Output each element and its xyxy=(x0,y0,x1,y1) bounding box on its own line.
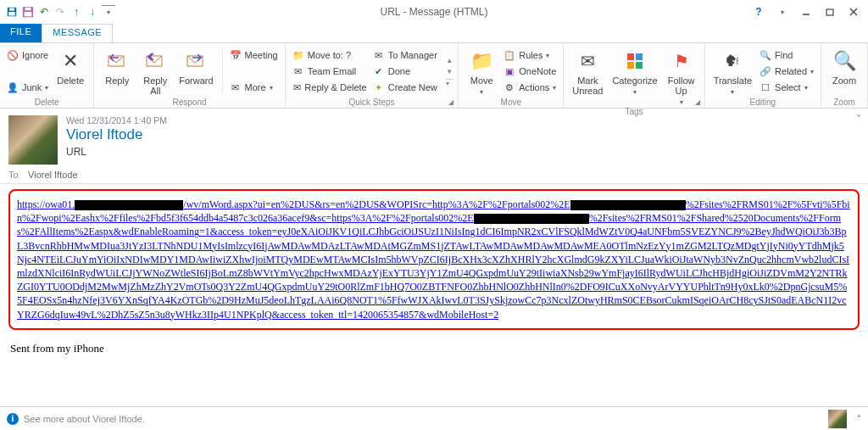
rules-icon: 📋 xyxy=(504,49,515,61)
junk-button[interactable]: 👤Junk▾ xyxy=(5,80,50,95)
forward-icon xyxy=(184,49,208,73)
find-button[interactable]: 🔍Find xyxy=(758,47,815,63)
message-header: ˅ Wed 12/31/2014 1:40 PM Viorel Iftode U… xyxy=(0,109,868,184)
done-icon: ✔ xyxy=(373,65,385,77)
qs-replydelete-button[interactable]: ✉Reply & Delete xyxy=(291,80,369,95)
mark-unread-button[interactable]: ✉Mark Unread xyxy=(569,46,606,106)
meeting-button[interactable]: 📅Meeting xyxy=(228,47,280,63)
meeting-icon: 📅 xyxy=(230,49,242,61)
ribbon: 🚫Ignore 👤Junk▾ ✕ Delete Delete Reply Rep… xyxy=(0,42,868,109)
team-email-icon: ✉ xyxy=(292,65,304,77)
related-button[interactable]: 🔗Related▾ xyxy=(758,64,815,79)
qs-moveto-button[interactable]: 📁Move to: ? xyxy=(291,47,369,63)
people-pane-text: See more about Viorel Iftode. xyxy=(24,414,145,424)
ribbon-group-editing: 🗣Translate▾ 🔍Find 🔗Related▾ ☐Select▾ Edi… xyxy=(705,43,821,108)
qs-dropdown[interactable]: ▾ xyxy=(446,79,453,87)
zoom-button[interactable]: 🔍Zoom xyxy=(826,46,862,97)
prev-icon[interactable]: ↑ xyxy=(70,5,83,19)
message-to-row: To Viorel Iftode xyxy=(8,170,860,180)
forward-button[interactable]: Forward xyxy=(175,46,216,97)
more-respond-button[interactable]: ✉More▾ xyxy=(228,80,280,95)
message-date: Wed 12/31/2014 1:40 PM xyxy=(66,115,167,126)
select-button[interactable]: ☐Select▾ xyxy=(758,80,815,95)
related-icon: 🔗 xyxy=(760,65,771,77)
ignore-icon: 🚫 xyxy=(7,49,19,61)
qs-scroll-up[interactable]: ▲ xyxy=(446,57,453,64)
create-new-icon: ✦ xyxy=(373,81,385,93)
save-icon[interactable] xyxy=(21,5,35,19)
svg-rect-7 xyxy=(826,9,833,15)
qs-scroll-down[interactable]: ▼ xyxy=(446,68,453,75)
reply-icon xyxy=(105,49,129,73)
categorize-icon xyxy=(623,49,647,73)
translate-button[interactable]: 🗣Translate▾ xyxy=(710,46,755,97)
translate-icon: 🗣 xyxy=(721,49,744,73)
to-label: To xyxy=(8,170,25,180)
people-pane-avatar[interactable] xyxy=(828,410,847,428)
window-title: URL - Message (HTML) xyxy=(381,6,488,18)
tags-launcher[interactable]: ◢ xyxy=(693,97,703,107)
quicksteps-launcher[interactable]: ◢ xyxy=(446,97,456,107)
mark-unread-icon: ✉ xyxy=(576,49,599,73)
svg-rect-5 xyxy=(25,12,32,16)
ribbon-group-zoom: 🔍Zoom Zoom xyxy=(821,43,868,108)
maximize-icon[interactable] xyxy=(819,3,841,20)
undo-icon[interactable]: ↶ xyxy=(37,5,51,19)
qs-done-button[interactable]: ✔Done xyxy=(371,64,444,79)
delete-button[interactable]: ✕ Delete xyxy=(53,46,88,97)
minimize-icon[interactable] xyxy=(795,3,817,20)
app-icon[interactable] xyxy=(5,5,19,19)
long-url-link[interactable]: https://owa01./wv/mWord.aspx?ui=en%2DUS&… xyxy=(17,198,850,321)
to-manager-icon: ✉ xyxy=(373,49,385,61)
move-button[interactable]: 📁Move▾ xyxy=(464,46,499,97)
ribbon-group-respond: Reply Reply All Forward 📅Meeting ✉More▾ … xyxy=(94,43,285,108)
ribbon-group-move: 📁Move▾ 📋Rules▾ ▣OneNote ⚙Actions▾ Move xyxy=(459,43,564,108)
categorize-button[interactable]: Categorize▾ xyxy=(609,46,660,106)
message-sender[interactable]: Viorel Iftode xyxy=(66,126,167,143)
message-body: https://owa01./wv/mWord.aspx?ui=en%2DUS&… xyxy=(0,184,868,362)
people-pane-expand-icon[interactable]: ˄ xyxy=(852,414,861,423)
ribbon-display-icon[interactable]: ▾ xyxy=(771,3,793,20)
people-pane[interactable]: i See more about Viorel Iftode. ˄ xyxy=(0,406,868,430)
reply-delete-icon: ✉ xyxy=(292,81,302,93)
qs-createnew-button[interactable]: ✦Create New xyxy=(371,80,444,95)
rules-button[interactable]: 📋Rules▾ xyxy=(502,47,558,63)
qs-teamemail-button[interactable]: ✉Team Email xyxy=(291,64,369,79)
redo-icon[interactable]: ↷ xyxy=(53,5,67,19)
actions-button[interactable]: ⚙Actions▾ xyxy=(502,80,558,95)
svg-rect-1 xyxy=(9,8,14,11)
close-icon[interactable] xyxy=(843,3,865,20)
folder-move-icon: 📁 xyxy=(292,49,304,61)
redacted-segment xyxy=(75,200,183,210)
svg-rect-14 xyxy=(636,53,643,60)
reply-all-icon xyxy=(143,49,167,73)
onenote-button[interactable]: ▣OneNote xyxy=(502,64,558,79)
header-collapse-icon[interactable]: ˅ xyxy=(856,114,861,126)
svg-rect-2 xyxy=(8,12,15,16)
reply-button[interactable]: Reply xyxy=(99,46,135,97)
next-icon[interactable]: ↓ xyxy=(86,5,99,19)
url-highlight-box: https://owa01./wv/mWord.aspx?ui=en%2DUS&… xyxy=(8,189,860,330)
qat-customize-icon[interactable]: ▾ xyxy=(102,5,115,19)
reply-all-button[interactable]: Reply All xyxy=(137,46,173,97)
ribbon-group-quicksteps: 📁Move to: ? ✉Team Email ✉Reply & Delete … xyxy=(286,43,459,108)
tab-file[interactable]: FILE xyxy=(0,24,42,42)
zoom-icon: 🔍 xyxy=(832,49,856,73)
select-icon: ☐ xyxy=(760,81,771,93)
tab-message[interactable]: MESSAGE xyxy=(42,24,113,42)
redacted-segment xyxy=(474,214,589,224)
svg-rect-4 xyxy=(25,8,31,11)
quick-access-toolbar: ↶ ↷ ↑ ↓ ▾ xyxy=(0,5,115,19)
flag-icon: ⚑ xyxy=(670,49,693,73)
onenote-icon: ▣ xyxy=(504,65,515,77)
ignore-button[interactable]: 🚫Ignore xyxy=(5,47,50,63)
more-icon: ✉ xyxy=(230,81,242,93)
qs-tomanager-button[interactable]: ✉To Manager xyxy=(371,47,444,63)
find-icon: 🔍 xyxy=(760,49,771,61)
move-icon: 📁 xyxy=(470,49,493,73)
svg-rect-15 xyxy=(627,62,634,69)
help-icon[interactable]: ? xyxy=(748,3,770,20)
ribbon-tabs: FILE MESSAGE xyxy=(0,24,868,42)
to-value[interactable]: Viorel Iftode xyxy=(28,170,78,180)
sender-avatar[interactable] xyxy=(8,115,58,165)
